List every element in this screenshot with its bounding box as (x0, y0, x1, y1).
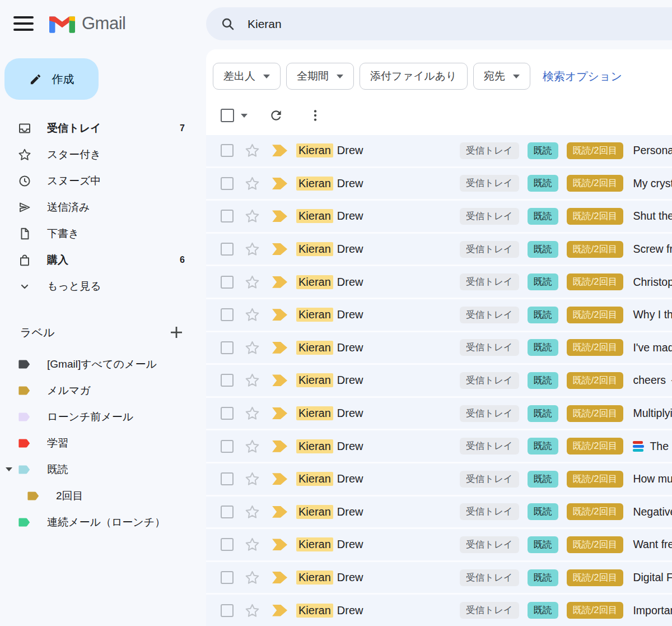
main-menu-icon[interactable] (12, 15, 35, 32)
star-icon[interactable] (245, 340, 260, 355)
filter-chip[interactable]: 差出人 (213, 63, 281, 90)
email-label-chip[interactable]: 既読/2回目 (567, 471, 624, 488)
email-label-chip[interactable]: 既読 (528, 339, 558, 356)
email-label-chip[interactable]: 受信トレイ (460, 405, 519, 422)
email-row[interactable]: Kieran Drew 受信トレイ既読既読/2回目 My crystal ba (206, 168, 672, 201)
star-icon[interactable] (245, 603, 260, 618)
email-label-chip[interactable]: 既読/2回目 (567, 241, 624, 258)
email-label-chip[interactable]: 既読 (528, 405, 558, 422)
compose-button[interactable]: 作成 (4, 58, 99, 100)
importance-marker-icon[interactable] (272, 407, 287, 419)
filter-chip[interactable]: 宛先 (473, 63, 530, 90)
email-label-chip[interactable]: 既読/2回目 (567, 372, 624, 389)
email-label-chip[interactable]: 既読/2回目 (567, 307, 624, 323)
row-checkbox[interactable] (221, 440, 234, 453)
email-label-chip[interactable]: 既読 (528, 208, 558, 225)
email-label-chip[interactable]: 受信トレイ (460, 307, 519, 323)
email-row[interactable]: Kieran Drew 受信トレイ既読既読/2回目 How much m (206, 463, 672, 497)
email-row[interactable]: Kieran Drew 受信トレイ既読既読/2回目 Want free co (206, 529, 672, 562)
email-label-chip[interactable]: 受信トレイ (460, 273, 519, 290)
sidebar-item-0[interactable]: 受信トレイ 7 (0, 115, 202, 141)
star-icon[interactable] (245, 439, 260, 454)
email-row[interactable]: Kieran Drew 受信トレイ既読既読/2回目 cheers - soo (206, 365, 672, 398)
add-label-button[interactable] (168, 323, 187, 342)
email-label-chip[interactable]: 受信トレイ (460, 503, 519, 520)
sidebar-item-3[interactable]: 送信済み (0, 194, 202, 220)
email-label-chip[interactable]: 既読/2回目 (567, 602, 624, 619)
sidebar-label-item[interactable]: ローンチ前メール (0, 404, 202, 430)
email-label-chip[interactable]: 受信トレイ (460, 602, 519, 619)
star-icon[interactable] (245, 208, 260, 224)
search-input[interactable] (246, 17, 672, 31)
star-icon[interactable] (245, 504, 260, 520)
importance-marker-icon[interactable] (272, 605, 287, 616)
email-label-chip[interactable]: 既読 (528, 372, 558, 389)
star-icon[interactable] (245, 275, 260, 290)
email-label-chip[interactable]: 既読 (528, 569, 558, 586)
star-icon[interactable] (245, 471, 260, 486)
email-label-chip[interactable]: 既読 (528, 307, 558, 323)
email-label-chip[interactable]: 既読/2回目 (567, 569, 624, 586)
email-label-chip[interactable]: 既読 (528, 175, 558, 192)
select-dropdown-icon[interactable] (241, 114, 248, 118)
email-label-chip[interactable]: 既読/2回目 (567, 273, 624, 290)
row-checkbox[interactable] (221, 472, 234, 485)
row-checkbox[interactable] (221, 243, 234, 256)
importance-marker-icon[interactable] (272, 145, 287, 156)
email-label-chip[interactable]: 既読 (528, 503, 558, 520)
email-label-chip[interactable]: 既読 (528, 241, 558, 258)
importance-marker-icon[interactable] (272, 309, 287, 321)
row-checkbox[interactable] (221, 506, 234, 518)
importance-marker-icon[interactable] (272, 178, 287, 189)
email-label-chip[interactable]: 既読/2回目 (567, 142, 624, 159)
row-checkbox[interactable] (221, 210, 234, 222)
importance-marker-icon[interactable] (272, 572, 287, 583)
star-icon[interactable] (245, 143, 260, 158)
email-label-chip[interactable]: 受信トレイ (460, 569, 519, 586)
email-row[interactable]: Kieran Drew 受信トレイ既読既読/2回目 Personal invi (206, 135, 672, 168)
more-options-button[interactable] (308, 108, 323, 123)
importance-marker-icon[interactable] (272, 243, 287, 255)
filter-chip[interactable]: 添付ファイルあり (360, 63, 468, 90)
email-label-chip[interactable]: 受信トレイ (460, 471, 519, 488)
star-icon[interactable] (245, 373, 260, 388)
email-row[interactable]: Kieran Drew 受信トレイ既読既読/2回目 Christopher (206, 266, 672, 299)
row-checkbox[interactable] (221, 144, 234, 157)
row-checkbox[interactable] (221, 538, 234, 551)
email-label-chip[interactable]: 既読 (528, 273, 558, 290)
email-label-chip[interactable]: 受信トレイ (460, 142, 519, 159)
email-label-chip[interactable]: 既読/2回目 (567, 208, 624, 225)
importance-marker-icon[interactable] (272, 440, 287, 452)
email-label-chip[interactable]: 既読/2回目 (567, 438, 624, 455)
star-icon[interactable] (245, 307, 260, 322)
sidebar-item-6[interactable]: もっと見る (0, 273, 202, 299)
row-checkbox[interactable] (221, 276, 234, 289)
sidebar-label-item[interactable]: 学習 (0, 430, 202, 456)
star-icon[interactable] (245, 242, 260, 257)
star-icon[interactable] (245, 537, 260, 552)
row-checkbox[interactable] (221, 177, 234, 190)
row-checkbox[interactable] (221, 407, 234, 420)
email-label-chip[interactable]: 受信トレイ (460, 241, 519, 258)
email-label-chip[interactable]: 既読 (528, 142, 558, 159)
importance-marker-icon[interactable] (272, 506, 287, 518)
row-checkbox[interactable] (221, 308, 234, 321)
email-row[interactable]: Kieran Drew 受信トレイ既読既読/2回目 Why I think m (206, 299, 672, 332)
importance-marker-icon[interactable] (272, 342, 287, 354)
star-icon[interactable] (245, 406, 260, 421)
email-row[interactable]: Kieran Drew 受信トレイ既読既読/2回目 Important: co (206, 595, 672, 626)
search-options-link[interactable]: 検索オプション (543, 69, 622, 84)
email-label-chip[interactable]: 受信トレイ (460, 372, 519, 389)
email-label-chip[interactable]: 受信トレイ (460, 208, 519, 225)
sidebar-item-4[interactable]: 下書き (0, 220, 202, 247)
email-label-chip[interactable]: 既読 (528, 536, 558, 553)
importance-marker-icon[interactable] (272, 539, 287, 550)
refresh-button[interactable] (269, 108, 283, 123)
email-label-chip[interactable]: 既読/2回目 (567, 536, 624, 553)
sidebar-label-item[interactable]: メルマガ (0, 377, 202, 404)
star-icon[interactable] (245, 570, 260, 585)
email-label-chip[interactable]: 受信トレイ (460, 175, 519, 192)
sidebar-label-item[interactable]: 既読 (0, 456, 202, 483)
email-row[interactable]: Kieran Drew 受信トレイ既読既読/2回目 The best (206, 430, 672, 463)
search-bar[interactable] (206, 7, 672, 40)
